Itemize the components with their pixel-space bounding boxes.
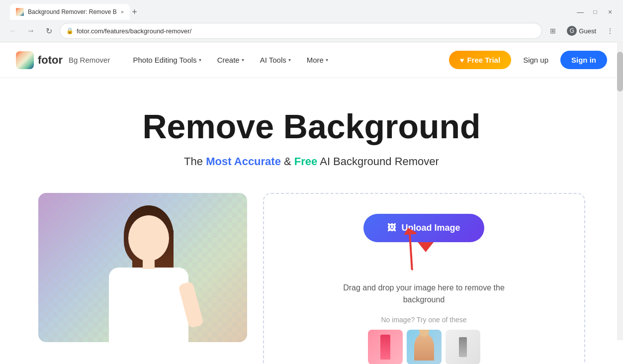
free-trial-label: Free Trial xyxy=(467,56,500,64)
subtitle-connector: & xyxy=(281,155,294,168)
sample-image-perfume[interactable] xyxy=(445,330,480,364)
tab-favicon xyxy=(16,8,24,16)
refresh-btn[interactable]: ↻ xyxy=(42,24,56,38)
nav-menu: Photo Editing Tools ▾ Create ▾ AI Tools … xyxy=(126,52,449,68)
image-preview xyxy=(38,193,247,342)
sample-image-person[interactable] xyxy=(407,330,442,364)
address-text: fotor.com/features/background-remover/ xyxy=(77,27,535,35)
nav-more-chevron: ▾ xyxy=(326,57,328,63)
fotor-logo-icon xyxy=(16,51,34,69)
person-figure xyxy=(89,200,208,342)
logo-subtitle: Bg Remover xyxy=(69,56,110,64)
nav-photo-editing[interactable]: Photo Editing Tools ▾ xyxy=(126,52,208,68)
drop-text-line2: background xyxy=(403,295,445,304)
upload-area: 🖼 Upload Image xyxy=(263,193,585,364)
neck xyxy=(143,254,155,269)
nav-ai-tools-label: AI Tools xyxy=(260,56,286,64)
scrollbar-thumb[interactable] xyxy=(617,52,623,91)
person-head-thumb xyxy=(419,330,429,337)
nav-more[interactable]: More ▾ xyxy=(300,52,335,68)
forward-btn[interactable]: → xyxy=(24,24,38,38)
right-scrollbar[interactable] xyxy=(617,42,623,340)
sample-label-text: No image? Try one of these xyxy=(381,316,467,324)
guest-btn[interactable]: G Guest xyxy=(562,24,601,38)
subtitle-accent2: Free xyxy=(294,155,317,168)
nav-ai-tools[interactable]: AI Tools ▾ xyxy=(253,52,298,68)
main-content: Remove Background The Most Accurate & Fr… xyxy=(0,78,623,364)
lipstick-shape xyxy=(380,335,390,360)
upload-icon: 🖼 xyxy=(387,223,396,233)
browser-addressbar: ← → ↻ 🔒 fotor.com/features/background-re… xyxy=(0,20,623,42)
sample-image-lipstick[interactable] xyxy=(368,330,403,364)
hero-title: Remove Background xyxy=(10,108,613,145)
guest-label: Guest xyxy=(579,27,596,35)
tab-title: Background Remover: Remove B xyxy=(28,8,117,15)
browser-chrome: Background Remover: Remove B × + — □ × ←… xyxy=(0,0,623,42)
menu-btn[interactable]: ⋮ xyxy=(603,24,617,38)
body xyxy=(109,268,188,342)
upload-btn-container: 🖼 Upload Image xyxy=(363,214,484,242)
logo-text: fotor xyxy=(38,54,63,67)
sample-label: No image? Try one of these xyxy=(368,316,480,324)
heart-icon: ♥ xyxy=(460,56,464,64)
perfume-shape xyxy=(459,337,467,357)
lock-icon: 🔒 xyxy=(66,27,74,34)
nav-create-label: Create xyxy=(217,56,240,64)
nav-create-chevron: ▾ xyxy=(242,57,244,63)
drop-text-line1: Drag and drop your image here to remove … xyxy=(343,283,505,292)
nav-create[interactable]: Create ▾ xyxy=(210,52,251,68)
window-close-btn[interactable]: × xyxy=(603,5,617,19)
back-btn[interactable]: ← xyxy=(6,24,20,38)
sample-images xyxy=(368,330,480,364)
content-area: 🖼 Upload Image xyxy=(38,193,585,364)
user-icon: G xyxy=(567,26,577,36)
subtitle-suffix: AI Background Remover xyxy=(317,155,439,168)
browser-titlebar: Background Remover: Remove B × + — □ × xyxy=(0,0,623,20)
site-header: fotor Bg Remover Photo Editing Tools ▾ C… xyxy=(0,42,623,78)
sample-section: No image? Try one of these xyxy=(368,316,480,364)
nav-photo-editing-chevron: ▾ xyxy=(199,57,201,63)
signin-btn[interactable]: Sign in xyxy=(560,51,607,69)
signup-btn[interactable]: Sign up xyxy=(517,52,554,68)
browser-tab[interactable]: Background Remover: Remove B × xyxy=(10,4,130,20)
hero-subtitle: The Most Accurate & Free AI Background R… xyxy=(10,155,613,168)
drop-text-area: Drag and drop your image here to remove … xyxy=(343,267,505,306)
subtitle-prefix: The xyxy=(184,155,206,168)
window-minimize-btn[interactable]: — xyxy=(573,5,587,19)
header-actions: ♥ Free Trial Sign up Sign in xyxy=(449,51,607,69)
person-thumbnail xyxy=(414,333,434,361)
drop-text: Drag and drop your image here to remove … xyxy=(343,282,505,306)
nav-more-label: More xyxy=(307,56,324,64)
window-maximize-btn[interactable]: □ xyxy=(588,5,602,19)
address-bar[interactable]: 🔒 fotor.com/features/background-remover/ xyxy=(60,23,542,39)
subtitle-accent1: Most Accurate xyxy=(206,155,281,168)
browser-actions: ⊞ G Guest ⋮ xyxy=(546,24,617,38)
free-trial-btn[interactable]: ♥ Free Trial xyxy=(449,51,511,69)
nav-photo-editing-label: Photo Editing Tools xyxy=(133,56,196,64)
logo-area[interactable]: fotor Bg Remover xyxy=(16,51,110,69)
tab-close-btn[interactable]: × xyxy=(121,9,124,15)
extensions-btn[interactable]: ⊞ xyxy=(546,24,560,38)
new-tab-btn[interactable]: + xyxy=(130,7,139,17)
nav-ai-tools-chevron: ▾ xyxy=(288,57,291,63)
